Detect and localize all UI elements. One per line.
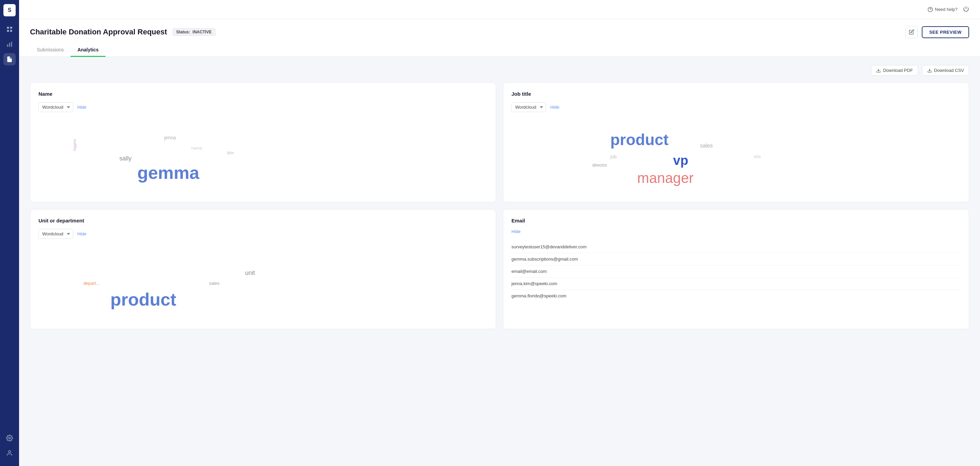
name-hide-link[interactable]: Hide (77, 105, 86, 110)
svg-rect-1 (10, 27, 12, 29)
svg-point-7 (9, 437, 11, 439)
sidebar-item-documents[interactable] (3, 53, 16, 65)
email-item: gemma.florido@speeki.com (511, 290, 961, 302)
svg-rect-5 (9, 43, 10, 47)
job-title-card-title: Job title (511, 91, 961, 97)
unit-card: Unit or department Wordcloud Hide produc… (30, 209, 496, 329)
job-title-card-controls: Wordcloud Hide (511, 102, 961, 112)
tab-submissions[interactable]: Submissions (30, 44, 70, 57)
content-area: Download PDF Download CSV Name Wordcloud… (19, 57, 980, 466)
wc-word: depart... (83, 281, 100, 286)
job-title-hide-link[interactable]: Hide (550, 105, 560, 110)
analytics-cards: Name Wordcloud Hide gemma sally jenna ki… (30, 83, 969, 329)
page-title-row: Charitable Donation Approval Request Sta… (30, 26, 969, 38)
see-preview-button[interactable]: SEE PREVIEW (922, 26, 969, 38)
page-header: Charitable Donation Approval Request Sta… (19, 19, 980, 57)
sidebar: S (0, 0, 19, 466)
wc-word: director (592, 163, 607, 168)
svg-rect-3 (10, 30, 12, 32)
download-pdf-button[interactable]: Download PDF (871, 65, 918, 76)
name-card-title: Name (38, 91, 488, 97)
tab-analytics[interactable]: Analytics (70, 44, 105, 57)
topbar: Need help? (19, 0, 980, 19)
sidebar-item-settings[interactable] (3, 432, 16, 444)
email-list: surveytestuser15@devanddeliver.com gemma… (511, 241, 961, 302)
header-actions: SEE PREVIEW (905, 26, 969, 38)
email-card-controls: Hide (511, 229, 961, 234)
tabs: Submissions Analytics (30, 44, 969, 57)
job-title-chart-type-select[interactable]: Wordcloud (511, 102, 546, 112)
unit-chart-type-select[interactable]: Wordcloud (38, 229, 73, 239)
name-card-controls: Wordcloud Hide (38, 102, 488, 112)
sidebar-item-chart[interactable] (3, 38, 16, 50)
wc-word: sales (209, 281, 219, 286)
download-csv-button[interactable]: Download CSV (922, 65, 969, 76)
wc-word: sally (119, 155, 131, 162)
wc-word: kim (227, 150, 234, 155)
unit-hide-link[interactable]: Hide (77, 231, 86, 236)
need-help-button[interactable]: Need help? (928, 7, 958, 12)
status-badge: Status: INACTIVE (173, 28, 216, 36)
email-hide-link[interactable]: Hide (511, 229, 521, 234)
name-wordcloud: gemma sally jenna kim name higgins (38, 119, 488, 194)
edit-button[interactable] (905, 26, 918, 38)
svg-rect-2 (7, 30, 9, 32)
wc-word: sales (700, 143, 713, 149)
email-item: surveytestuser15@devanddeliver.com (511, 241, 961, 253)
wc-word: job (610, 154, 617, 160)
job-title-card: Job title Wordcloud Hide product sales v… (503, 83, 969, 202)
main-area: Need help? Charitable Donation Approval … (19, 0, 980, 466)
wc-word: gemma (137, 163, 199, 183)
wc-word: title (754, 154, 761, 159)
wc-word: unit (245, 270, 255, 277)
app-logo[interactable]: S (3, 4, 16, 16)
name-card: Name Wordcloud Hide gemma sally jenna ki… (30, 83, 496, 202)
unit-wordcloud: product unit depart... sales (38, 246, 488, 321)
email-item: gemma.subscriptions@gmail.com (511, 253, 961, 265)
page-title: Charitable Donation Approval Request (30, 27, 167, 37)
job-title-wordcloud: product sales vp job title director mana… (511, 119, 961, 194)
svg-point-8 (8, 451, 11, 453)
email-card: Email Hide surveytestuser15@devanddelive… (503, 209, 969, 329)
wc-word: vp (673, 153, 688, 168)
download-bar: Download PDF Download CSV (30, 65, 969, 76)
email-card-title: Email (511, 218, 961, 223)
wc-word: jenna (164, 135, 176, 140)
wc-word: name (191, 145, 202, 150)
svg-rect-4 (7, 44, 8, 47)
unit-card-title: Unit or department (38, 218, 488, 223)
topbar-right: Need help? (928, 6, 969, 13)
svg-rect-0 (7, 27, 9, 29)
sidebar-item-user[interactable] (3, 447, 16, 459)
wc-word: higgins (73, 139, 76, 151)
power-button[interactable] (963, 6, 969, 13)
unit-card-controls: Wordcloud Hide (38, 229, 488, 239)
wc-word: product (610, 131, 668, 149)
email-item: email@email.com (511, 265, 961, 278)
sidebar-item-home[interactable] (3, 23, 16, 35)
svg-rect-6 (11, 42, 12, 47)
email-item: jenna.kim@speeki.com (511, 278, 961, 290)
wc-word: product (110, 289, 177, 310)
name-chart-type-select[interactable]: Wordcloud (38, 102, 73, 112)
wc-word: manager (637, 170, 694, 186)
